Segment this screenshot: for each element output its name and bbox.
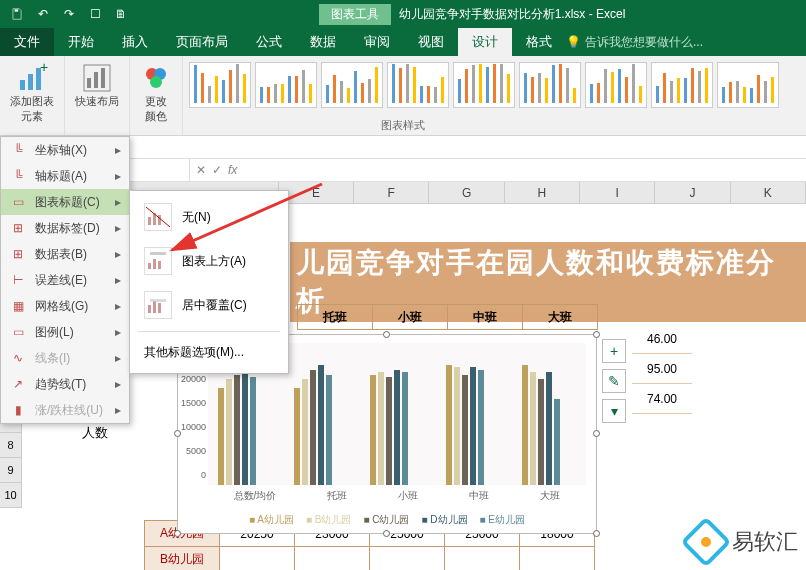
- people-count-label: 人数: [82, 424, 108, 442]
- cancel-icon[interactable]: ✕: [196, 163, 206, 177]
- svg-rect-7: [94, 72, 98, 88]
- redo-icon[interactable]: ↷: [58, 3, 80, 25]
- chart-styles-button[interactable]: ✎: [602, 369, 626, 393]
- chart-styles-label: 图表样式: [381, 118, 425, 133]
- chart-style-thumb[interactable]: [453, 62, 515, 108]
- chart-filters-button[interactable]: ▾: [602, 399, 626, 423]
- watermark-text: 易软汇: [732, 527, 798, 557]
- ribbon-tabs: 文件 开始 插入 页面布局 公式 数据 审阅 视图 设计 格式 💡 告诉我您想要…: [0, 28, 806, 56]
- save-icon[interactable]: [6, 3, 28, 25]
- svg-rect-8: [101, 68, 105, 88]
- svg-rect-22: [158, 303, 161, 313]
- dd-axes[interactable]: ╚坐标轴(X)▸: [1, 137, 129, 163]
- svg-rect-14: [158, 215, 161, 225]
- dd-error-bars[interactable]: ⊢误差线(E)▸: [1, 267, 129, 293]
- enter-icon[interactable]: ✓: [212, 163, 222, 177]
- svg-rect-2: [28, 74, 33, 90]
- chart-title-submenu: 无(N) 图表上方(A) 居中覆盖(C) 其他标题选项(M)...: [129, 190, 289, 374]
- dd-trendline[interactable]: ↗趋势线(T)▸: [1, 371, 129, 397]
- col-header[interactable]: H: [505, 182, 580, 203]
- undo-icon[interactable]: ↶: [32, 3, 54, 25]
- svg-rect-23: [150, 299, 166, 302]
- chart-x-axis: 总数/均价托班小班中班大班: [208, 489, 586, 503]
- dd-data-labels[interactable]: ⊞数据标签(D)▸: [1, 215, 129, 241]
- svg-rect-6: [87, 78, 91, 88]
- sub-above-chart[interactable]: 图表上方(A): [130, 239, 288, 283]
- dd-updown-bars: ▮涨/跌柱线(U)▸: [1, 397, 129, 423]
- dd-chart-title[interactable]: ▭图表标题(C)▸: [1, 189, 129, 215]
- svg-rect-18: [153, 259, 156, 269]
- chart-style-thumb[interactable]: [321, 62, 383, 108]
- chart-style-thumb[interactable]: [255, 62, 317, 108]
- tab-formulas[interactable]: 公式: [242, 28, 296, 56]
- quick-layout-label: 快速布局: [75, 94, 119, 109]
- gridlines-icon: ▦: [9, 297, 27, 315]
- chart-styles-gallery[interactable]: [183, 56, 806, 135]
- name-box[interactable]: [130, 159, 190, 181]
- trendline-icon: ↗: [9, 375, 27, 393]
- tab-review[interactable]: 审阅: [350, 28, 404, 56]
- chart-style-thumb[interactable]: [387, 62, 449, 108]
- col-header[interactable]: J: [655, 182, 730, 203]
- tab-file[interactable]: 文件: [0, 28, 54, 56]
- axes-icon: ╚: [9, 141, 27, 159]
- chart-tools-context: 图表工具: [319, 4, 391, 25]
- titlebar: ↶ ↷ ☐ 🗎 图表工具 幼儿园竞争对手数据对比分析1.xlsx - Excel: [0, 0, 806, 28]
- col-header[interactable]: G: [429, 182, 504, 203]
- watermark: 易软汇: [688, 524, 798, 560]
- col-header[interactable]: F: [354, 182, 429, 203]
- above-icon: [144, 247, 172, 275]
- col-header[interactable]: K: [731, 182, 806, 203]
- col-header[interactable]: I: [580, 182, 655, 203]
- tab-design[interactable]: 设计: [458, 28, 512, 56]
- data-labels-icon: ⊞: [9, 219, 27, 237]
- add-chart-element-button[interactable]: + 添加图表 元素: [6, 60, 58, 126]
- column-labels-table: 托班小班中班大班: [297, 304, 598, 330]
- tell-me-label: 告诉我您想要做什么...: [585, 34, 703, 51]
- tab-view[interactable]: 视图: [404, 28, 458, 56]
- formula-bar: ✕ ✓ fx: [130, 158, 806, 182]
- dd-axis-titles[interactable]: ╚轴标题(A)▸: [1, 163, 129, 189]
- right-column-cells: 46.0095.0074.00: [632, 324, 692, 414]
- data-table-icon: ⊞: [9, 245, 27, 263]
- ribbon: + 添加图表 元素 快速布局 更改 颜色 图表样式: [0, 56, 806, 136]
- tab-insert[interactable]: 插入: [108, 28, 162, 56]
- new-icon[interactable]: ☐: [84, 3, 106, 25]
- sub-none[interactable]: 无(N): [130, 195, 288, 239]
- row-header[interactable]: 9: [0, 458, 22, 483]
- table-row-label-b: B幼儿园: [145, 547, 220, 571]
- sub-centered-overlay[interactable]: 居中覆盖(C): [130, 283, 288, 327]
- chart-style-thumb[interactable]: [519, 62, 581, 108]
- tab-home[interactable]: 开始: [54, 28, 108, 56]
- tell-me-search[interactable]: 💡 告诉我您想要做什么...: [566, 34, 703, 51]
- row-header[interactable]: 8: [0, 433, 22, 458]
- centered-icon: [144, 291, 172, 319]
- sub-more-options[interactable]: 其他标题选项(M)...: [130, 336, 288, 369]
- col-header[interactable]: E: [279, 182, 354, 203]
- change-colors-button[interactable]: 更改 颜色: [136, 60, 176, 126]
- svg-rect-16: [150, 252, 166, 255]
- quick-layout-button[interactable]: 快速布局: [71, 60, 123, 111]
- svg-rect-20: [148, 305, 151, 313]
- chart-style-thumb[interactable]: [585, 62, 647, 108]
- none-icon: [144, 203, 172, 231]
- dd-lines: ∿线条(I)▸: [1, 345, 129, 371]
- chevron-right-icon: ▸: [115, 143, 121, 157]
- chart-elements-button[interactable]: +: [602, 339, 626, 363]
- print-preview-icon[interactable]: 🗎: [110, 3, 132, 25]
- tab-format[interactable]: 格式: [512, 28, 566, 56]
- chart-style-thumb[interactable]: [189, 62, 251, 108]
- tab-data[interactable]: 数据: [296, 28, 350, 56]
- tab-page-layout[interactable]: 页面布局: [162, 28, 242, 56]
- fx-icon[interactable]: fx: [228, 163, 237, 177]
- dd-legend[interactable]: ▭图例(L)▸: [1, 319, 129, 345]
- row-header[interactable]: 10: [0, 483, 22, 508]
- chart-style-thumb[interactable]: [651, 62, 713, 108]
- svg-rect-21: [153, 301, 156, 313]
- svg-point-11: [150, 76, 162, 88]
- change-colors-label: 更改 颜色: [145, 94, 167, 124]
- chart-style-thumb[interactable]: [717, 62, 779, 108]
- dd-data-table[interactable]: ⊞数据表(B)▸: [1, 241, 129, 267]
- chart-title-icon: ▭: [9, 193, 27, 211]
- dd-gridlines[interactable]: ▦网格线(G)▸: [1, 293, 129, 319]
